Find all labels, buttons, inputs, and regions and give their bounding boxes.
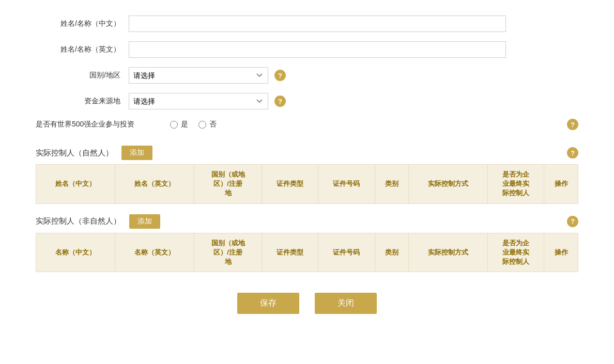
country-row: 国别/地区 请选择 ? — [36, 67, 578, 84]
section2-title: 实际控制人（非自然人） — [36, 216, 121, 226]
section1-table-wrapper: 姓名（中文） 姓名（英文） 国别（或地区）/注册地 证件类型 证件号码 类别 实… — [36, 164, 578, 204]
col1-natural-name-cn: 姓名（中文） — [36, 165, 115, 204]
save-button[interactable]: 保存 — [237, 293, 299, 314]
fortune500-radio-group: 是 否 — [170, 120, 217, 129]
section2-table-wrapper: 名称（中文） 名称（英文） 国别（或地区）/注册地 证件类型 证件号码 类别 实… — [36, 233, 578, 273]
section1-add-button[interactable]: 添加 — [121, 146, 152, 160]
bottom-actions: 保存 关闭 — [36, 293, 578, 314]
section2-help-icon[interactable]: ? — [567, 216, 578, 227]
name-en-row: 姓名/名称（英文） — [36, 41, 578, 58]
fortune500-no-radio[interactable] — [198, 121, 206, 129]
col3-natural-country: 国别（或地区）/注册地 — [194, 165, 262, 204]
col7-non-natural-control-method: 实际控制方式 — [409, 233, 488, 272]
fund-source-label: 资金来源地 — [36, 97, 129, 106]
col6-non-natural-category: 类别 — [375, 233, 409, 272]
fortune500-yes-label: 是 — [181, 120, 188, 129]
col2-natural-name-en: 姓名（英文） — [115, 165, 194, 204]
col9-non-natural-action: 操作 — [544, 233, 578, 272]
name-cn-label: 姓名/名称（中文） — [36, 19, 129, 28]
fortune500-help-icon[interactable]: ? — [567, 119, 578, 130]
section2-table: 名称（中文） 名称（英文） 国别（或地区）/注册地 证件类型 证件号码 类别 实… — [36, 233, 578, 273]
section1-table: 姓名（中文） 姓名（英文） 国别（或地区）/注册地 证件类型 证件号码 类别 实… — [36, 164, 578, 204]
name-en-label: 姓名/名称（英文） — [36, 45, 129, 54]
country-help-icon[interactable]: ? — [274, 70, 286, 81]
col2-non-natural-name-en: 名称（英文） — [115, 233, 194, 272]
main-form: 姓名/名称（中文） 姓名/名称（英文） 国别/地区 请选择 ? 资金来源地 请选… — [36, 15, 578, 314]
country-label: 国别/地区 — [36, 71, 129, 80]
col9-natural-action: 操作 — [544, 165, 578, 204]
name-cn-row: 姓名/名称（中文） — [36, 15, 578, 32]
col5-natural-cert-no: 证件号码 — [318, 165, 375, 204]
col6-natural-category: 类别 — [375, 165, 409, 204]
name-en-input[interactable] — [129, 41, 506, 58]
section1-title: 实际控制人（自然人） — [36, 148, 113, 158]
col7-natural-control-method: 实际控制方式 — [409, 165, 488, 204]
fund-source-help-icon[interactable]: ? — [274, 96, 286, 107]
section1-help-icon[interactable]: ? — [567, 147, 578, 159]
col3-non-natural-country: 国别（或地区）/注册地 — [194, 233, 262, 272]
fortune500-row: 是否有世界500强企业参与投资 是 否 ? — [36, 119, 578, 130]
fortune500-yes-option[interactable]: 是 — [170, 120, 188, 129]
col1-non-natural-name-cn: 名称（中文） — [36, 233, 115, 272]
section1-table-header-row: 姓名（中文） 姓名（英文） 国别（或地区）/注册地 证件类型 证件号码 类别 实… — [36, 165, 578, 204]
col4-natural-cert-type: 证件类型 — [262, 165, 318, 204]
fund-source-row: 资金来源地 请选择 ? — [36, 93, 578, 109]
close-button[interactable]: 关闭 — [315, 293, 377, 314]
col5-non-natural-cert-no: 证件号码 — [318, 233, 375, 272]
country-select[interactable]: 请选择 — [129, 67, 268, 84]
col8-non-natural-is-final-controller: 是否为企业最终实际控制人 — [488, 233, 544, 272]
fortune500-no-label: 否 — [209, 120, 217, 129]
section2-header: 实际控制人（非自然人） 添加 ? — [36, 214, 578, 229]
section2-add-button[interactable]: 添加 — [129, 214, 160, 229]
col4-non-natural-cert-type: 证件类型 — [262, 233, 318, 272]
section1-header: 实际控制人（自然人） 添加 ? — [36, 146, 578, 160]
fortune500-no-option[interactable]: 否 — [198, 120, 217, 129]
fund-source-select[interactable]: 请选择 — [129, 93, 268, 109]
fortune500-label: 是否有世界500强企业参与投资 — [36, 120, 170, 129]
col8-natural-is-final-controller: 是否为企业最终实际控制人 — [488, 165, 544, 204]
fortune500-yes-radio[interactable] — [170, 121, 178, 129]
section2-table-header-row: 名称（中文） 名称（英文） 国别（或地区）/注册地 证件类型 证件号码 类别 实… — [36, 233, 578, 272]
name-cn-input[interactable] — [129, 15, 506, 32]
